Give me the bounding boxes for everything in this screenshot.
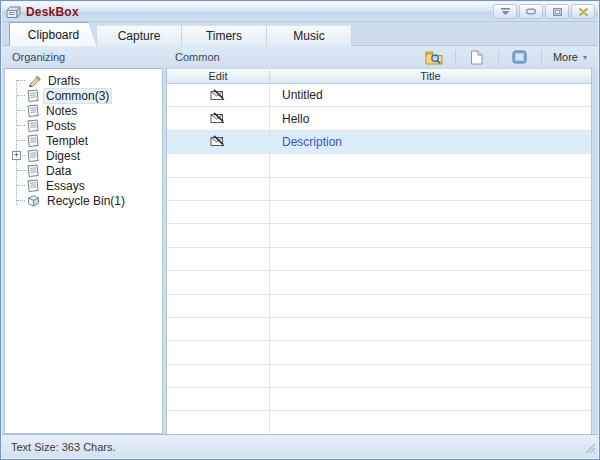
table-row-empty[interactable] xyxy=(167,178,591,201)
close-icon xyxy=(579,8,588,16)
edit-cell xyxy=(167,341,270,363)
table-row-empty[interactable] xyxy=(167,388,591,411)
edit-cell xyxy=(167,318,270,340)
edit-cell xyxy=(167,154,270,176)
clip-list-panel: Edit Title Untitled xyxy=(166,68,592,434)
column-header-edit[interactable]: Edit xyxy=(167,70,270,82)
tab-music[interactable]: Music xyxy=(267,25,352,46)
title-cell xyxy=(270,154,591,176)
tab-clipboard[interactable]: Clipboard xyxy=(9,22,97,46)
tree-item-digest[interactable]: + Digest xyxy=(5,148,162,163)
tree-item-label: Notes xyxy=(44,104,79,118)
edit-cell xyxy=(167,224,270,246)
window-title: DeskBox xyxy=(26,5,79,19)
more-button[interactable]: More ▾ xyxy=(550,49,590,65)
tab-timers-label: Timers xyxy=(206,29,242,43)
search-folder-button[interactable] xyxy=(421,48,447,67)
edit-cell[interactable] xyxy=(167,131,270,153)
document-icon xyxy=(27,89,39,102)
status-text: Text Size: 363 Chars. xyxy=(11,441,116,453)
edit-cell xyxy=(167,201,270,223)
tree-item-notes[interactable]: Notes xyxy=(5,103,162,118)
minimize-icon xyxy=(526,8,536,15)
table-row-untitled[interactable]: Untitled xyxy=(167,84,591,107)
chevron-down-icon xyxy=(501,8,510,15)
folder-tree: Drafts Common(3) xyxy=(5,73,162,208)
tree-item-label: Recycle Bin(1) xyxy=(45,194,127,208)
table-row-description[interactable]: Description xyxy=(167,131,591,154)
tree-item-label: Common(3) xyxy=(44,89,111,103)
table-row-empty[interactable] xyxy=(167,365,591,388)
table-row-empty[interactable] xyxy=(167,201,591,224)
tree-item-templet[interactable]: Templet xyxy=(5,133,162,148)
expand-plus-icon[interactable]: + xyxy=(12,151,21,160)
toolbar-buttons: More ▾ xyxy=(421,48,598,67)
tree-item-label: Data xyxy=(44,164,73,178)
close-button[interactable] xyxy=(571,4,595,19)
save-icon xyxy=(512,50,527,64)
title-cell: Description xyxy=(270,131,591,153)
table-row-empty[interactable] xyxy=(167,295,591,318)
tree-item-label: Digest xyxy=(44,149,82,163)
tree-item-posts[interactable]: Posts xyxy=(5,118,162,133)
document-icon xyxy=(27,149,39,162)
tab-timers[interactable]: Timers xyxy=(182,25,267,46)
tree-item-recycle-bin[interactable]: Recycle Bin(1) xyxy=(5,193,162,208)
document-icon xyxy=(27,164,39,177)
toolbar-separator xyxy=(541,50,542,65)
toolbar-separator xyxy=(455,50,456,65)
recycle-bin-icon xyxy=(27,194,40,207)
title-cell xyxy=(270,365,591,387)
edit-cell[interactable] xyxy=(167,107,270,129)
title-cell xyxy=(270,318,591,340)
tree-item-common[interactable]: Common(3) xyxy=(5,88,162,103)
table-row-empty[interactable] xyxy=(167,341,591,364)
title-cell xyxy=(270,411,591,433)
title-bar: DeskBox xyxy=(2,2,598,22)
edit-cell xyxy=(167,271,270,293)
title-cell: Untitled xyxy=(270,84,591,106)
main-content: Drafts Common(3) xyxy=(2,68,598,434)
title-cell xyxy=(270,248,591,270)
tree-item-label: Posts xyxy=(44,119,78,133)
maximize-button[interactable] xyxy=(545,4,569,19)
organizing-header: Organizing xyxy=(2,51,164,63)
table-row-empty[interactable] xyxy=(167,224,591,247)
table-row-empty[interactable] xyxy=(167,248,591,271)
list-header: Edit Title xyxy=(167,68,591,84)
edit-envelope-pen-icon xyxy=(210,112,226,125)
tab-capture-label: Capture xyxy=(118,29,161,43)
tab-bar: Clipboard Capture Timers Music xyxy=(2,22,598,46)
edit-cell xyxy=(167,411,270,433)
rollup-button[interactable] xyxy=(493,4,517,19)
title-cell xyxy=(270,271,591,293)
new-document-button[interactable] xyxy=(464,48,490,67)
table-row-empty[interactable] xyxy=(167,411,591,434)
document-icon xyxy=(27,104,39,117)
edit-cell[interactable] xyxy=(167,84,270,106)
tab-capture[interactable]: Capture xyxy=(97,25,182,46)
title-cell xyxy=(270,341,591,363)
tree-item-label: Drafts xyxy=(46,74,82,88)
save-button[interactable] xyxy=(507,48,533,67)
title-cell xyxy=(270,295,591,317)
edit-cell xyxy=(167,295,270,317)
toolbar: Organizing Common xyxy=(2,46,598,68)
edit-envelope-pen-icon xyxy=(210,135,226,148)
column-header-title[interactable]: Title xyxy=(270,70,591,82)
window-controls xyxy=(491,4,595,19)
table-row-hello[interactable]: Hello xyxy=(167,107,591,130)
tree-item-label: Templet xyxy=(44,134,90,148)
tree-item-essays[interactable]: Essays xyxy=(5,178,162,193)
toolbar-separator xyxy=(498,50,499,65)
tree-item-data[interactable]: Data xyxy=(5,163,162,178)
table-row-empty[interactable] xyxy=(167,154,591,177)
resize-grip-icon[interactable] xyxy=(584,442,596,456)
tree-item-drafts[interactable]: Drafts xyxy=(5,73,162,88)
title-cell xyxy=(270,224,591,246)
table-row-empty[interactable] xyxy=(167,318,591,341)
more-button-label: More xyxy=(553,51,578,63)
minimize-button[interactable] xyxy=(519,4,543,19)
table-row-empty[interactable] xyxy=(167,271,591,294)
title-cell xyxy=(270,178,591,200)
